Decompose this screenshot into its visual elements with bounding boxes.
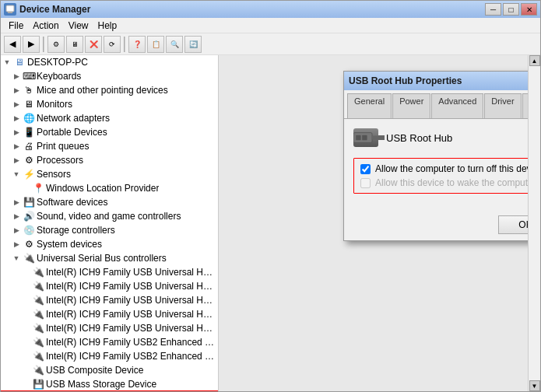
view-devices-button[interactable]: 📋 (147, 36, 164, 53)
allow-wake-row: Allow this device to wake the computer (360, 177, 540, 188)
tree-item-print[interactable]: ▶ 🖨 Print queues (1, 139, 218, 153)
mice-expander[interactable]: ▶ (12, 86, 21, 95)
tree-root-label: DESKTOP-PC (27, 57, 88, 68)
location-expander: ▶ (21, 184, 30, 193)
print-expander[interactable]: ▶ (12, 142, 21, 151)
monitors-expander[interactable]: ▶ (12, 100, 21, 109)
tree-item-portable[interactable]: ▶ 📱 Portable Devices (1, 125, 218, 139)
root-expander[interactable]: ▼ (2, 58, 12, 67)
software-expander[interactable]: ▶ (12, 198, 21, 207)
close-button[interactable]: ✕ (521, 3, 537, 16)
tree-item-storage[interactable]: ▶ 💿 Storage controllers (1, 223, 218, 237)
menu-help[interactable]: Help (93, 19, 122, 33)
monitors-icon: 🖥 (23, 98, 35, 110)
tree-item-ich9-5[interactable]: ▶ 🔌 Intel(R) ICH9 Family USB Universal H… (1, 321, 218, 335)
refresh-button[interactable]: 🔄 (184, 36, 202, 53)
tree-item-processors[interactable]: ▶ ⚙ Processors (1, 153, 218, 167)
tab-advanced[interactable]: Advanced (431, 93, 483, 118)
tree-item-location[interactable]: ▶ 📍 Windows Location Provider (1, 181, 218, 195)
tab-driver[interactable]: Driver (484, 93, 521, 118)
tree-item-ich9-1[interactable]: ▶ 🔌 Intel(R) ICH9 Family USB Universal H… (1, 265, 218, 279)
tree-item-composite[interactable]: ▶ 🔌 USB Composite Device (1, 363, 218, 377)
tree-item-ich9-7[interactable]: ▶ 🔌 Intel(R) ICH9 Family USB2 Enhanced H… (1, 349, 218, 363)
forward-button[interactable]: ▶ (23, 36, 40, 53)
print-icon: 🖨 (23, 140, 35, 152)
tree-item-ich9-2[interactable]: ▶ 🔌 Intel(R) ICH9 Family USB Universal H… (1, 279, 218, 293)
allow-wake-label: Allow this device to wake the computer (375, 177, 536, 188)
tree-item-keyboards[interactable]: ▶ ⌨ Keyboards (1, 69, 218, 83)
help-button[interactable]: ❓ (128, 36, 146, 53)
back-button[interactable]: ◀ (4, 36, 21, 53)
usb-expander[interactable]: ▼ (12, 254, 21, 263)
update-driver-button[interactable]: 🖥 (66, 36, 83, 53)
app-icon (4, 3, 16, 16)
right-scrollbar[interactable]: ▲ ▼ (528, 55, 540, 391)
usb-label: Universal Serial Bus controllers (37, 253, 167, 264)
menu-view[interactable]: View (64, 19, 93, 33)
portable-expander[interactable]: ▶ (12, 128, 21, 137)
computer-icon: 🖥 (13, 56, 26, 68)
ich9-2-label: Intel(R) ICH9 Family USB Universal Host … (46, 281, 216, 292)
tree-item-software[interactable]: ▶ 💾 Software devices (1, 195, 218, 209)
ich9-3-expander: ▶ (21, 296, 30, 305)
network-icon: 🌐 (23, 112, 35, 124)
network-expander[interactable]: ▶ (12, 114, 21, 123)
ich9-6-expander: ▶ (21, 338, 30, 347)
tree-panel[interactable]: ▼ 🖥 DESKTOP-PC ▶ ⌨ Keyboards ▶ 🖱 Mice an… (1, 55, 219, 391)
device-header: USB Root Hub (353, 128, 540, 147)
tree-item-sensors[interactable]: ▼ ⚡ Sensors (1, 167, 218, 181)
menu-file[interactable]: File (4, 19, 28, 33)
sound-icon: 🔊 (23, 210, 35, 222)
menu-action[interactable]: Action (28, 19, 63, 33)
ich9-7-expander: ▶ (21, 352, 30, 361)
title-bar-buttons: ─ □ ✕ (485, 3, 537, 16)
allow-turnoff-checkbox[interactable] (360, 164, 371, 174)
tree-item-monitors[interactable]: ▶ 🖥 Monitors (1, 97, 218, 111)
svg-rect-4 (356, 135, 360, 140)
minimize-button[interactable]: ─ (485, 3, 501, 16)
maximize-button[interactable]: □ (503, 3, 519, 16)
storage-expander[interactable]: ▶ (12, 226, 21, 235)
tree-item-ich9-4[interactable]: ▶ 🔌 Intel(R) ICH9 Family USB Universal H… (1, 307, 218, 321)
dialog-tabs: General Power Advanced Driver Details Ev… (344, 90, 540, 119)
view-resources-button[interactable]: 🔍 (166, 36, 183, 53)
software-icon: 💾 (23, 196, 35, 208)
sensors-expander[interactable]: ▼ (12, 170, 21, 179)
composite-label: USB Composite Device (46, 365, 143, 376)
uninstall-button[interactable]: ❌ (85, 36, 102, 53)
composite-expander: ▶ (21, 366, 30, 375)
tree-item-ich9-3[interactable]: ▶ 🔌 Intel(R) ICH9 Family USB Universal H… (1, 293, 218, 307)
tree-item-ich9-6[interactable]: ▶ 🔌 Intel(R) ICH9 Family USB2 Enhanced H… (1, 335, 218, 349)
scrollbar-down[interactable]: ▼ (529, 380, 540, 391)
ich9-2-icon: 🔌 (32, 280, 44, 292)
tree-item-network[interactable]: ▶ 🌐 Network adapters (1, 111, 218, 125)
sound-expander[interactable]: ▶ (12, 212, 21, 221)
power-management-options: Allow the computer to turn off this devi… (353, 158, 540, 194)
system-expander[interactable]: ▶ (12, 240, 21, 249)
tree-item-sound[interactable]: ▶ 🔊 Sound, video and game controllers (1, 209, 218, 223)
ich9-5-icon: 🔌 (32, 322, 44, 334)
usb-icon: 🔌 (23, 252, 35, 264)
tree-item-mass[interactable]: ▶ 💾 USB Mass Storage Device (1, 377, 218, 391)
tab-general[interactable]: General (347, 93, 392, 118)
tab-power[interactable]: Power (392, 93, 430, 118)
tree-root[interactable]: ▼ 🖥 DESKTOP-PC (1, 55, 218, 69)
tree-item-usb[interactable]: ▼ 🔌 Universal Serial Bus controllers (1, 251, 218, 265)
allow-turnoff-label[interactable]: Allow the computer to turn off this devi… (375, 163, 540, 174)
tree-item-system[interactable]: ▶ ⚙ System devices (1, 237, 218, 251)
svg-rect-0 (6, 5, 14, 12)
properties-button[interactable]: ⚙ (47, 36, 65, 53)
allow-wake-checkbox[interactable] (360, 178, 371, 188)
keyboard-icon: ⌨ (23, 70, 35, 82)
sensors-label: Sensors (37, 169, 71, 180)
main-window: Device Manager ─ □ ✕ File Action View He… (0, 0, 541, 392)
ich9-4-label: Intel(R) ICH9 Family USB Universal Host … (46, 309, 216, 320)
monitors-label: Monitors (37, 99, 72, 110)
keyboards-expander[interactable]: ▶ (12, 72, 21, 81)
tree-item-mice[interactable]: ▶ 🖱 Mice and other pointing devices (1, 83, 218, 97)
ich9-1-icon: 🔌 (32, 266, 44, 278)
ich9-3-icon: 🔌 (32, 294, 44, 306)
processors-expander[interactable]: ▶ (12, 156, 21, 165)
scan-button[interactable]: ⟳ (104, 36, 121, 53)
scrollbar-up[interactable]: ▲ (529, 55, 540, 66)
